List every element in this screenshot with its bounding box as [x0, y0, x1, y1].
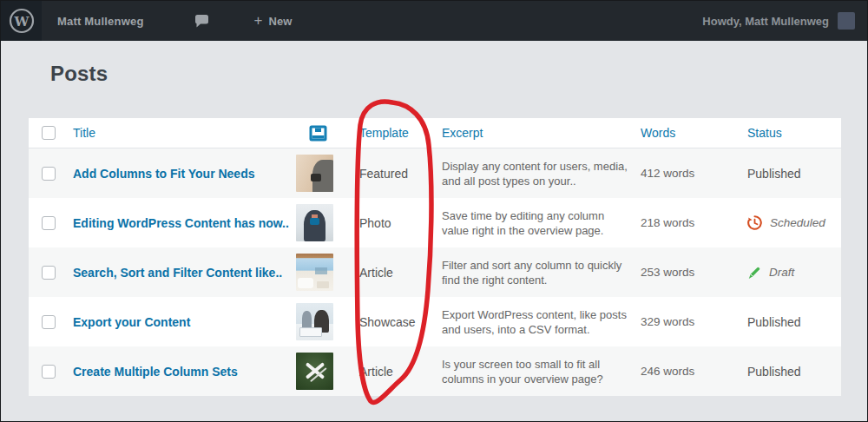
template-cell: Article: [348, 365, 431, 379]
template-cell: Featured: [348, 167, 431, 181]
status-label: Published: [747, 315, 801, 329]
select-all-checkbox[interactable]: [42, 126, 56, 140]
howdy-account-menu[interactable]: Howdy, Matt Mullenweg: [702, 15, 829, 28]
comments-button[interactable]: [194, 15, 209, 28]
row-checkbox[interactable]: [42, 216, 56, 230]
status-cell: Draft: [730, 266, 841, 280]
template-cell: Article: [348, 266, 431, 280]
scheduled-clock-icon: [747, 215, 762, 230]
words-cell: 329 words: [630, 315, 730, 328]
column-header-title[interactable]: Title: [73, 126, 95, 140]
words-cell: 218 words: [630, 216, 730, 229]
post-thumbnail: [296, 353, 333, 390]
status-label: Draft: [769, 266, 794, 279]
post-title-link[interactable]: Add Columns to Fit Your Needs: [73, 167, 255, 181]
words-cell: 412 words: [630, 167, 730, 180]
excerpt-cell: Export WordPress content, like posts and…: [431, 307, 630, 337]
table-row: Export your Content Showcase Export Word…: [29, 297, 841, 346]
status-cell: Published: [730, 166, 841, 181]
template-cell: Photo: [348, 216, 431, 230]
post-thumbnail: [296, 155, 333, 192]
status-label: Published: [747, 365, 801, 379]
post-title-link[interactable]: Search, Sort and Filter Content like..: [73, 266, 282, 280]
table-header-row: Title Template Excerpt Words Status: [29, 118, 841, 148]
post-thumbnail: [296, 254, 333, 291]
table-row: Editing WordPress Content has now.. Phot…: [29, 198, 841, 247]
excerpt-cell: Is your screen too small to fit all colu…: [431, 357, 630, 386]
column-header-status[interactable]: Status: [747, 126, 782, 140]
words-cell: 253 words: [630, 266, 730, 279]
row-checkbox[interactable]: [42, 266, 56, 280]
row-checkbox[interactable]: [42, 315, 56, 329]
new-content-button[interactable]: + New: [254, 12, 293, 30]
column-header-words[interactable]: Words: [641, 126, 675, 140]
admin-bar: W Matt Mullenweg + New Howdy, Matt Mulle…: [1, 1, 867, 41]
page-title: Posts: [50, 62, 108, 86]
column-header-excerpt[interactable]: Excerpt: [442, 126, 483, 140]
comment-bubble-icon: [194, 15, 209, 28]
table-row: Create Multiple Column Sets Article Is y…: [29, 346, 841, 396]
row-checkbox[interactable]: [42, 365, 56, 379]
row-checkbox[interactable]: [42, 167, 56, 181]
table-row: Add Columns to Fit Your Needs Featured D…: [29, 148, 841, 198]
post-thumbnail: [296, 303, 333, 340]
words-cell: 246 words: [630, 365, 730, 378]
post-title-link[interactable]: Export your Content: [73, 315, 190, 330]
post-title-link[interactable]: Editing WordPress Content has now..: [73, 216, 289, 231]
column-header-template[interactable]: Template: [359, 126, 409, 140]
wordpress-logo-icon: W: [9, 8, 35, 34]
template-cell: Showcase: [348, 315, 431, 329]
site-name-menu[interactable]: Matt Mullenweg: [57, 15, 144, 28]
posts-table: Title Template Excerpt Words Status Add …: [29, 118, 841, 396]
wordpress-logo-button[interactable]: W: [1, 1, 42, 41]
wordpress-admin-screen: W Matt Mullenweg + New Howdy, Matt Mulle…: [0, 0, 868, 422]
plus-icon: +: [254, 12, 263, 30]
svg-text:W: W: [13, 14, 30, 30]
user-avatar[interactable]: [838, 12, 855, 30]
status-label: Published: [747, 167, 801, 181]
status-cell: Scheduled: [730, 215, 841, 230]
post-thumbnail: [296, 204, 333, 241]
status-cell: Published: [730, 364, 841, 379]
new-label: New: [269, 15, 293, 28]
excerpt-cell: Save time by editing any column value ri…: [431, 208, 630, 238]
post-title-link[interactable]: Create Multiple Column Sets: [73, 365, 238, 379]
featured-image-column-icon[interactable]: [309, 125, 327, 142]
excerpt-cell: Display any content for users, media, an…: [431, 159, 630, 188]
draft-pencil-icon: [747, 266, 761, 280]
status-cell: Published: [730, 314, 841, 330]
table-row: Search, Sort and Filter Content like.. A…: [29, 247, 841, 297]
excerpt-cell: Filter and sort any column to quickly fi…: [431, 258, 630, 287]
status-label: Scheduled: [770, 216, 825, 229]
